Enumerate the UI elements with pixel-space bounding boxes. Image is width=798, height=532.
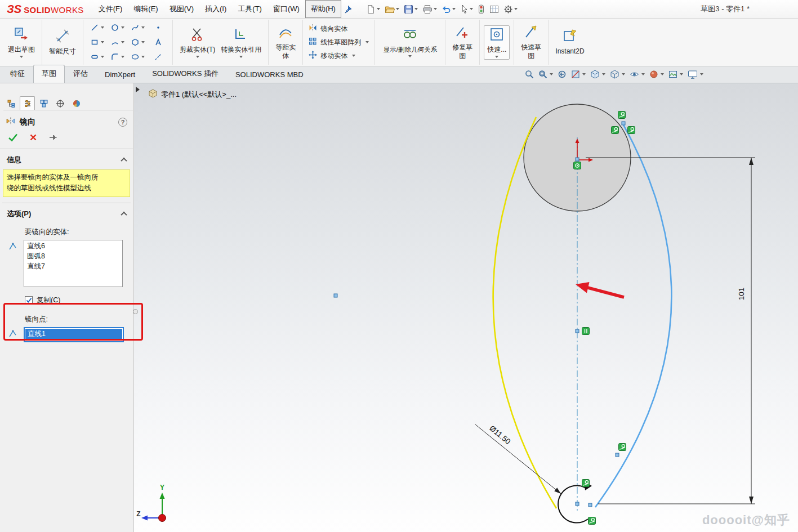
view-settings-button[interactable]: [688, 70, 703, 79]
copy-checkbox-label[interactable]: 复制(C): [37, 296, 60, 305]
instant2d-button[interactable]: Instant2D: [552, 28, 587, 57]
rebuild-button[interactable]: [476, 3, 487, 16]
display-manager-tab[interactable]: [69, 96, 84, 110]
hide-show-caret-icon[interactable]: [641, 73, 645, 75]
trim-entities-button[interactable]: 剪裁实体(T): [177, 26, 218, 59]
entity-item[interactable]: 圆弧8: [25, 251, 122, 261]
zoom-area-caret-icon[interactable]: [550, 73, 553, 75]
tab-evaluate[interactable]: 评估: [65, 65, 96, 83]
arc-tool-caret-icon[interactable]: [121, 41, 124, 43]
entity-item[interactable]: 直线6: [25, 241, 122, 251]
tab-features[interactable]: 特征: [2, 65, 33, 83]
menu-file[interactable]: 文件(F): [93, 0, 128, 18]
apply-scene-caret-icon[interactable]: [680, 73, 683, 75]
display-style-button[interactable]: [610, 70, 625, 79]
mirror-entities-button[interactable]: 镜向实体: [309, 24, 369, 34]
diameter-dimension[interactable]: Ø11.50: [475, 424, 561, 494]
offset-entities-button[interactable]: 等距实体: [273, 24, 298, 61]
linear-pattern-button[interactable]: 线性草图阵列: [309, 37, 369, 47]
tab-dimxpert[interactable]: DimXpert: [96, 66, 144, 83]
bottom-sketch-arc[interactable]: [558, 486, 588, 523]
height-dimension[interactable]: 101: [586, 158, 755, 504]
options-collapse-chevron-icon[interactable]: [121, 212, 127, 218]
display-relations-caret-icon[interactable]: [408, 55, 412, 57]
slot-tool-button[interactable]: [91, 53, 104, 61]
arc-tool-button[interactable]: [111, 38, 124, 46]
height-dimension-text[interactable]: 101: [737, 288, 746, 301]
tangent-constraint-icon[interactable]: [618, 111, 626, 119]
menu-insert[interactable]: 插入(I): [199, 0, 232, 18]
coincident-constraint-icon[interactable]: [574, 162, 581, 169]
tangent-constraint-icon[interactable]: [628, 127, 635, 134]
graphics-area[interactable]: 零件1 (默认<<默认>_...: [134, 83, 798, 532]
rapid-sketch-caret-icon[interactable]: [495, 56, 498, 58]
apply-scene-button[interactable]: [668, 70, 683, 79]
move-entities-button[interactable]: 移动实体: [309, 51, 369, 61]
hide-show-items-button[interactable]: [630, 70, 645, 79]
configuration-manager-tab[interactable]: [36, 96, 51, 110]
options-section-header[interactable]: 选项(P): [0, 203, 133, 222]
entities-to-mirror-listbox[interactable]: 直线6 圆弧8 直线7: [24, 240, 123, 287]
propertymanager-tab[interactable]: [20, 96, 35, 110]
open-document-button[interactable]: [383, 3, 401, 16]
polygon-tool-button[interactable]: [131, 38, 145, 46]
zoom-area-button[interactable]: [538, 70, 553, 79]
undo-button[interactable]: [440, 3, 457, 16]
circle-tool-button[interactable]: [111, 24, 124, 32]
edit-appearance-button[interactable]: [649, 70, 664, 79]
trim-entities-caret-icon[interactable]: [196, 56, 199, 58]
move-entities-caret-icon[interactable]: [352, 55, 355, 57]
info-section-header[interactable]: 信息: [0, 149, 133, 168]
quick-sketch-button[interactable]: 快速草图: [518, 24, 544, 61]
menu-help[interactable]: 帮助(H): [305, 0, 341, 18]
view-settings-caret-icon[interactable]: [700, 73, 703, 75]
help-icon[interactable]: ?: [118, 118, 127, 127]
mirror-about-listbox[interactable]: 直线1: [24, 327, 124, 342]
menu-window[interactable]: 窗口(W): [268, 0, 305, 18]
linear-pattern-caret-icon[interactable]: [365, 41, 369, 43]
entity-item[interactable]: 直线7: [25, 261, 122, 271]
menu-edit[interactable]: 编辑(E): [128, 0, 163, 18]
slot-tool-caret-icon[interactable]: [101, 56, 104, 58]
previous-view-button[interactable]: [558, 70, 567, 79]
ellipse-tool-caret-icon[interactable]: [141, 56, 145, 58]
section-view-caret-icon[interactable]: [582, 73, 586, 75]
ok-button[interactable]: [8, 133, 18, 144]
ellipse-tool-button[interactable]: [131, 53, 145, 61]
sketch-canvas[interactable]: 101 Ø11.50: [134, 83, 798, 532]
info-collapse-chevron-icon[interactable]: [121, 158, 127, 164]
panel-scrollbar-dot[interactable]: [133, 309, 138, 314]
cancel-button[interactable]: [29, 133, 37, 143]
menu-tools[interactable]: 工具(T): [232, 0, 268, 18]
tab-addins[interactable]: SOLIDWORKS 插件: [144, 65, 227, 83]
featuremanager-tree-tab[interactable]: [3, 96, 19, 110]
spline-tool-caret-icon[interactable]: [141, 26, 145, 29]
spline-tool-button[interactable]: [131, 24, 145, 32]
vertical-constraint-icon[interactable]: [582, 328, 590, 335]
convert-entities-caret-icon[interactable]: [239, 56, 243, 58]
sheet-properties-button[interactable]: [488, 3, 501, 16]
tab-sketch[interactable]: 草图: [33, 65, 65, 83]
tangent-constraint-icon[interactable]: [619, 444, 626, 451]
mirror-about-selected-item[interactable]: 直线1: [25, 329, 122, 339]
line-tool-caret-icon[interactable]: [101, 26, 104, 29]
section-view-button[interactable]: [571, 70, 586, 79]
rectangle-tool-button[interactable]: [91, 38, 104, 46]
copy-checkbox[interactable]: [25, 296, 33, 304]
repair-sketch-button[interactable]: 修复草图: [449, 24, 475, 61]
keep-visible-pin-icon[interactable]: [48, 133, 57, 143]
exit-sketch-button[interactable]: 退出草图: [5, 26, 38, 59]
menu-pin-icon[interactable]: [345, 5, 353, 14]
fillet-tool-button[interactable]: [111, 53, 124, 61]
polygon-tool-caret-icon[interactable]: [141, 41, 145, 43]
view-orientation-caret-icon[interactable]: [602, 73, 605, 75]
circle-tool-caret-icon[interactable]: [121, 26, 124, 29]
dimxpert-manager-tab[interactable]: [52, 96, 68, 110]
view-orientation-button[interactable]: [590, 70, 605, 79]
menu-view[interactable]: 视图(V): [164, 0, 199, 18]
smart-dimension-button[interactable]: 智能尺寸: [46, 28, 79, 57]
line-tool-button[interactable]: [91, 24, 104, 32]
edit-appearance-caret-icon[interactable]: [661, 73, 664, 75]
exit-sketch-caret-icon[interactable]: [20, 56, 23, 58]
new-document-button[interactable]: [364, 3, 382, 16]
